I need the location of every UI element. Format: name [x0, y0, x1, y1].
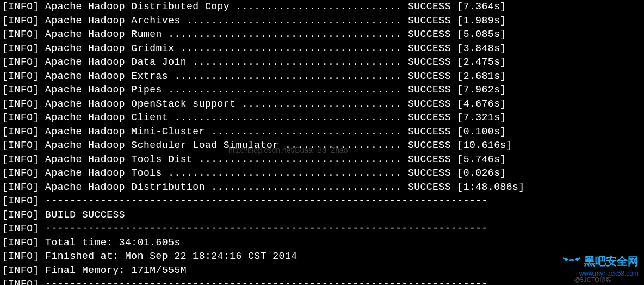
terminal-output: [INFO] Apache Hadoop Distributed Copy ..…	[0, 0, 644, 285]
